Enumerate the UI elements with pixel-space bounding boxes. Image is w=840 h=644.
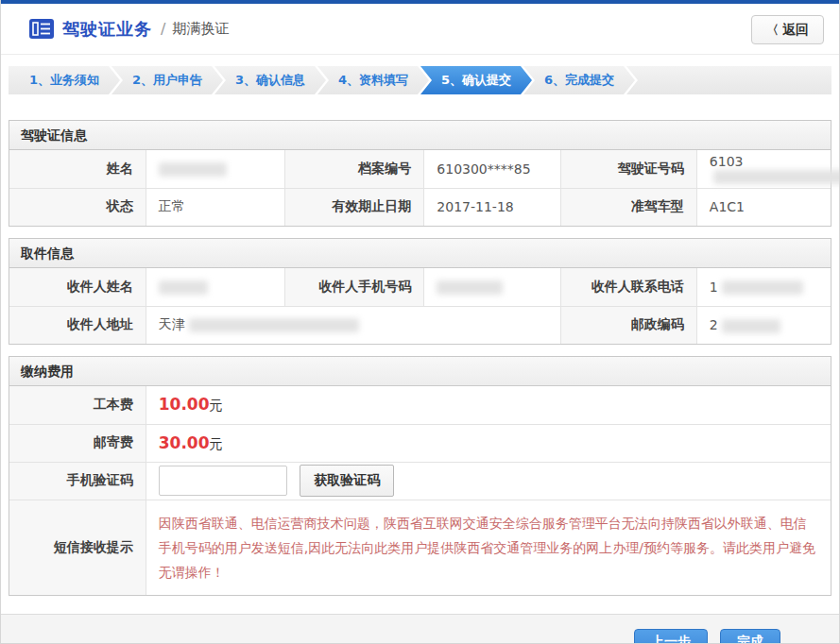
table-row: 状态 正常 有效期止日期 2017-11-18 准驾车型 A1C1: [9, 188, 831, 226]
finish-button[interactable]: 完成: [720, 629, 780, 644]
production-fee-label: 工本费: [9, 386, 146, 424]
list-icon: [29, 19, 54, 39]
get-sms-code-button[interactable]: 获取验证码: [300, 465, 394, 497]
recipient-phone-value: 1: [696, 268, 831, 306]
vehicle-type-label: 准驾车型: [560, 188, 696, 226]
back-button[interactable]: 〈 返回: [751, 15, 824, 44]
license-number-value: 6103: [696, 150, 831, 188]
recipient-mobile-label: 收件人手机号码: [285, 268, 424, 306]
step-4-fill-data: 4、资料填写: [317, 66, 429, 94]
postage-fee-value: 30.00元: [146, 424, 831, 462]
page: 驾驶证业务 / 期满换证 〈 返回 1、业务须知 2、用户申告 3、确认信息 4…: [0, 0, 840, 644]
recipient-phone-label: 收件人联系电话: [560, 268, 696, 306]
table-row: 工本费 10.00元: [9, 386, 831, 424]
license-info-title: 驾驶证信息: [9, 121, 831, 150]
fees-title: 缴纳费用: [9, 357, 831, 386]
name-value: [146, 150, 285, 188]
production-fee-value: 10.00元: [146, 386, 831, 424]
table-row: 姓名 档案编号 610300****85 驾驶证号码 6103: [9, 150, 831, 188]
recipient-address-value: 天津: [146, 306, 560, 344]
step-6-complete-submit: 6、完成提交: [523, 66, 635, 94]
page-header: 驾驶证业务 / 期满换证 〈 返回: [1, 4, 839, 55]
step-2-user-declaration: 2、用户申告: [111, 66, 223, 94]
pickup-info-table: 收件人姓名 收件人手机号码 收件人联系电话 1 收件人地址 天津 邮政编码 2: [9, 268, 831, 344]
name-label: 姓名: [9, 150, 146, 188]
main-content: 驾驶证信息 姓名 档案编号 610300****85 驾驶证号码 6103 状态…: [1, 94, 839, 596]
step-wizard-tail: [626, 66, 831, 94]
currency-unit: 元: [210, 436, 223, 451]
chevron-left-icon: 〈: [766, 22, 779, 39]
masked-recipient-name: [159, 280, 208, 295]
step-1-business-notice: 1、业务须知: [9, 66, 120, 94]
license-number-label: 驾驶证号码: [560, 150, 696, 188]
masked-mobile: [437, 280, 503, 295]
page-title: 驾驶证业务: [62, 18, 152, 41]
expiry-date-label: 有效期止日期: [285, 188, 424, 226]
table-row: 手机验证码 获取验证码: [9, 462, 831, 500]
file-number-label: 档案编号: [285, 150, 424, 188]
recipient-mobile-value: [424, 268, 560, 306]
sms-code-cell: 获取验证码: [146, 462, 831, 500]
step-5-confirm-submit: 5、确认提交: [420, 66, 532, 94]
sms-notice-text: 因陕西省联通、电信运营商技术问题，陕西省互联网交通安全综合服务管理平台无法向持陕…: [159, 511, 818, 585]
breadcrumb-separator: /: [161, 20, 165, 38]
table-row: 邮寄费 30.00元: [9, 424, 831, 462]
table-row: 收件人姓名 收件人手机号码 收件人联系电话 1: [9, 268, 831, 306]
currency-unit: 元: [210, 398, 223, 413]
recipient-name-value: [146, 268, 285, 306]
masked-license-number: [713, 170, 840, 184]
table-row: 短信接收提示 因陕西省联通、电信运营商技术问题，陕西省互联网交通安全综合服务管理…: [9, 500, 831, 595]
production-fee-amount: 10.00: [159, 395, 210, 414]
previous-step-button[interactable]: 上一步: [634, 629, 708, 644]
postage-fee-label: 邮寄费: [9, 424, 146, 462]
postal-code-label: 邮政编码: [560, 306, 696, 344]
recipient-name-label: 收件人姓名: [9, 268, 146, 306]
masked-phone: [722, 280, 803, 295]
file-number-value: 610300****85: [424, 150, 560, 188]
sms-code-input[interactable]: [159, 466, 287, 496]
expiry-date-value: 2017-11-18: [424, 188, 560, 226]
step-wizard: 1、业务须知 2、用户申告 3、确认信息 4、资料填写 5、确认提交 6、完成提…: [9, 66, 831, 94]
footer-action-bar: 上一步 完成: [1, 614, 839, 644]
vehicle-type-value: A1C1: [696, 188, 831, 226]
sms-notice-label: 短信接收提示: [9, 500, 146, 595]
fees-panel: 缴纳费用 工本费 10.00元 邮寄费 30.00元 手机验证码 获取验证码: [9, 356, 831, 596]
masked-address: [189, 318, 359, 332]
back-button-label: 返回: [782, 22, 809, 39]
recipient-address-label: 收件人地址: [9, 306, 146, 344]
postage-fee-amount: 30.00: [159, 433, 210, 452]
fees-table: 工本费 10.00元 邮寄费 30.00元 手机验证码 获取验证码 短信接收提示: [9, 386, 831, 595]
status-label: 状态: [9, 188, 146, 226]
step-3-confirm-info: 3、确认信息: [214, 66, 326, 94]
pickup-info-panel: 取件信息 收件人姓名 收件人手机号码 收件人联系电话 1 收件人地址 天津 邮政…: [9, 238, 831, 345]
breadcrumb-current: 期满换证: [172, 20, 229, 38]
masked-postal-code: [722, 319, 780, 333]
pickup-info-title: 取件信息: [9, 239, 831, 268]
sms-notice-cell: 因陕西省联通、电信运营商技术问题，陕西省互联网交通安全综合服务管理平台无法向持陕…: [146, 500, 831, 595]
masked-name: [159, 162, 227, 177]
sms-code-label: 手机验证码: [9, 462, 146, 500]
license-info-table: 姓名 档案编号 610300****85 驾驶证号码 6103 状态 正常 有效…: [9, 150, 831, 226]
status-value: 正常: [146, 188, 285, 226]
postal-code-value: 2: [696, 306, 831, 344]
license-info-panel: 驾驶证信息 姓名 档案编号 610300****85 驾驶证号码 6103 状态…: [9, 120, 831, 227]
table-row: 收件人地址 天津 邮政编码 2: [9, 306, 831, 344]
